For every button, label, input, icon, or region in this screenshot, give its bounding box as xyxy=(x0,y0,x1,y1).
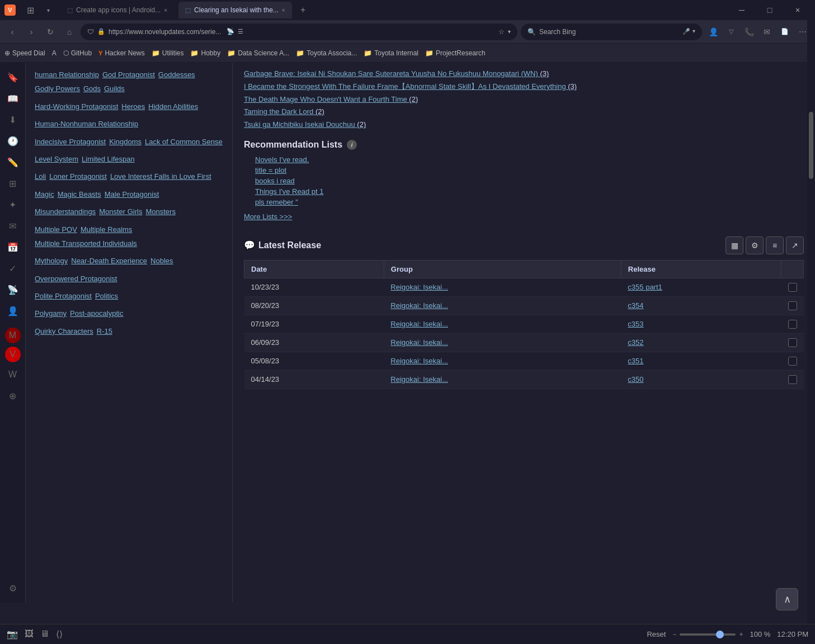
list-view-button[interactable]: ≡ xyxy=(766,236,784,254)
group-link[interactable]: Reigokai: Isekai... xyxy=(390,338,448,347)
tag-loli[interactable]: Loli xyxy=(35,170,46,183)
tag-god-protagonist[interactable]: God Protagonist xyxy=(102,68,155,81)
tag-mythology[interactable]: Mythology xyxy=(35,254,68,267)
bookmark-toyota-assoc[interactable]: 📁 Toyota Associa... xyxy=(296,49,357,57)
sidebar-check-icon[interactable]: ✓ xyxy=(4,259,22,277)
tag-gods[interactable]: Gods xyxy=(83,82,101,95)
filter-button[interactable]: ⚙ xyxy=(746,236,764,254)
sidebar-person-icon[interactable]: 👤 xyxy=(4,302,22,320)
tag-polite-protagonist[interactable]: Polite Protagonist xyxy=(35,290,92,302)
wallet-icon[interactable]: ▽ xyxy=(723,24,739,40)
zoom-plus[interactable]: + xyxy=(739,631,743,638)
tab-close-btn[interactable]: × xyxy=(164,7,167,13)
search-microphone-icon[interactable]: 🎤 xyxy=(682,28,690,35)
tag-multiple-pov[interactable]: Multiple POV xyxy=(35,223,77,236)
sidebar-wikipedia-icon[interactable]: W xyxy=(4,366,22,383)
group-link[interactable]: Reigokai: Isekai... xyxy=(390,357,448,365)
scroll-to-top-button[interactable]: ∧ xyxy=(776,588,798,610)
tag-politics[interactable]: Politics xyxy=(95,290,118,302)
sidebar-history-icon[interactable]: 🕐 xyxy=(4,132,22,150)
zoom-minus[interactable]: − xyxy=(672,631,676,638)
reader-view-icon[interactable]: 📄 xyxy=(777,24,793,40)
group-link[interactable]: Reigokai: Isekai... xyxy=(390,283,448,291)
tag-lack-common-sense[interactable]: Lack of Common Sense xyxy=(145,135,223,148)
tag-limited-lifespan[interactable]: Limited Lifespan xyxy=(82,153,135,165)
phone-icon[interactable]: 📞 xyxy=(741,24,757,40)
tag-indecisive-protagonist[interactable]: Indecisive Protagonist xyxy=(35,135,106,148)
search-dropdown-icon[interactable]: ▾ xyxy=(692,28,695,35)
sidebar-book-icon[interactable]: 📖 xyxy=(4,89,22,107)
tag-nobles[interactable]: Nobles xyxy=(150,254,173,267)
release-checkbox[interactable] xyxy=(788,320,797,329)
tag-hidden-abilities[interactable]: Hidden Abilities xyxy=(148,100,198,113)
sidebar-download-icon[interactable]: ⬇ xyxy=(4,111,22,129)
bookmark-toyota-internal[interactable]: 📁 Toyota Internal xyxy=(364,49,418,57)
sidebar-settings-icon[interactable]: ⚙ xyxy=(4,579,22,597)
release-checkbox[interactable] xyxy=(788,357,797,366)
tab-clearing-isekai[interactable]: ⬚ Clearing an Isekai with the... × xyxy=(178,2,292,18)
tab-create-app-icons[interactable]: ⬚ Create app icons | Android... × xyxy=(60,2,174,18)
release-checkbox[interactable] xyxy=(788,338,797,347)
sidebar-star-icon[interactable]: ✦ xyxy=(4,196,22,214)
rec-link-novels-read[interactable]: Novels I've read. xyxy=(255,155,309,164)
tag-heroes[interactable]: Heroes xyxy=(121,100,145,113)
sidebar-notes-icon[interactable]: ✏️ xyxy=(4,153,22,171)
bookmark-speed-dial[interactable]: ⊕ Speed Dial xyxy=(4,49,45,57)
zoom-thumb[interactable] xyxy=(716,631,724,638)
bookmark-projectresearch[interactable]: 📁 ProjectResearch xyxy=(425,49,486,57)
tag-love-interest[interactable]: Love Interest Falls in Love First xyxy=(110,170,211,183)
grid-view-button[interactable]: ▦ xyxy=(726,236,743,254)
sidebar-tabs-icon[interactable]: ⊞ xyxy=(4,174,22,192)
zoom-control[interactable]: − + xyxy=(672,631,743,638)
tag-magic-beasts[interactable]: Magic Beasts xyxy=(58,188,101,201)
tag-magic[interactable]: Magic xyxy=(35,188,54,201)
group-link[interactable]: Reigokai: Isekai... xyxy=(390,320,448,328)
book-link-death-mage[interactable]: The Death Mage Who Doesn't Want a Fourth… xyxy=(244,94,804,106)
sidebar-rss-icon[interactable]: 📡 xyxy=(4,281,22,299)
release-link[interactable]: c353 xyxy=(628,320,643,328)
monitor-icon[interactable]: 🖥 xyxy=(40,629,49,640)
scrollbar-thumb[interactable] xyxy=(809,112,813,179)
book-link-taming-dark-lord[interactable]: Taming the Dark Lord (2) xyxy=(244,106,804,118)
release-link[interactable]: c350 xyxy=(628,375,643,383)
new-tab-button[interactable]: + xyxy=(296,3,310,17)
tag-quirky-characters[interactable]: Quirky Characters xyxy=(35,325,93,338)
reset-label[interactable]: Reset xyxy=(647,630,666,638)
tag-kingdoms[interactable]: Kingdoms xyxy=(109,135,142,148)
tag-hard-working-protagonist[interactable]: Hard-Working Protagonist xyxy=(35,100,118,113)
sidebar-calendar-icon[interactable]: 📅 xyxy=(4,238,22,256)
sidebar-vivaldi-icon[interactable]: V xyxy=(5,347,21,362)
tag-monster-girls[interactable]: Monster Girls xyxy=(99,205,142,218)
search-bar[interactable]: 🔍 Search Bing 🎤 ▾ xyxy=(521,23,702,40)
book-link-tsuki[interactable]: Tsuki ga Michibiku Isekai Douchuu (2) xyxy=(244,119,804,131)
tag-loner-protagonist[interactable]: Loner Protagonist xyxy=(49,170,107,183)
bookmark-datasci[interactable]: 📁 Data Science A... xyxy=(227,49,289,57)
sidebar-mail-icon[interactable]: ✉ xyxy=(4,217,22,235)
tag-guilds[interactable]: Guilds xyxy=(104,82,125,95)
sidebar-bookmark-icon[interactable]: 🔖 xyxy=(4,68,22,86)
tag-human-nonhuman[interactable]: Human-Nonhuman Relationship xyxy=(35,117,138,130)
tag-level-system[interactable]: Level System xyxy=(35,153,78,165)
image-icon[interactable]: 🖼 xyxy=(25,629,34,640)
tag-r15[interactable]: R-15 xyxy=(97,325,112,338)
home-button[interactable]: ⌂ xyxy=(62,24,77,40)
more-lists-link[interactable]: More Lists >>> xyxy=(244,212,292,221)
scrollbar[interactable] xyxy=(807,0,815,644)
profile-icon[interactable]: 👤 xyxy=(705,24,721,40)
group-link[interactable]: Reigokai: Isekai... xyxy=(390,301,448,310)
bookmark-github[interactable]: ⬡ GitHub xyxy=(63,49,92,57)
dropdown-icon[interactable]: ▾ xyxy=(40,2,56,18)
minimize-button[interactable]: ─ xyxy=(729,2,755,18)
tab-close-active-btn[interactable]: × xyxy=(282,7,285,13)
tag-misunderstandings[interactable]: Misunderstandings xyxy=(35,205,96,218)
maximize-button[interactable]: □ xyxy=(757,2,783,18)
layers-icon[interactable]: ⊞ xyxy=(22,2,38,18)
rec-link-books-read[interactable]: books i read xyxy=(255,177,295,185)
rec-link-things-read[interactable]: Things I've Read pt 1 xyxy=(255,187,323,196)
tag-male-protagonist[interactable]: Male Protagonist xyxy=(105,188,159,201)
tag-polygamy[interactable]: Polygamy xyxy=(35,307,67,320)
info-icon[interactable]: i xyxy=(347,140,357,150)
tag-near-death[interactable]: Near-Death Experience xyxy=(71,254,147,267)
tag-multiple-transported[interactable]: Multiple Transported Individuals xyxy=(35,237,137,250)
sidebar-add-icon[interactable]: ⊕ xyxy=(4,387,22,405)
